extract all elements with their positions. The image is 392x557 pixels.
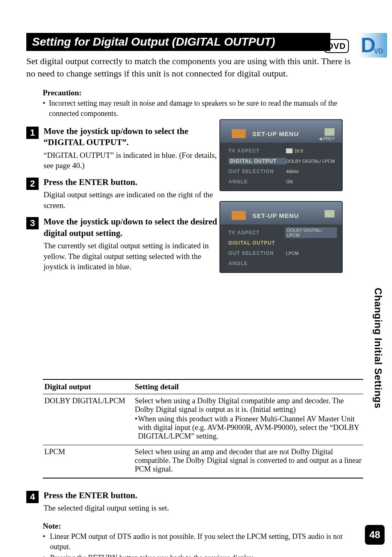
step-1-heading: Move the joystick up/down to select the … <box>44 126 208 148</box>
step-4: 4 Press the ENTER button. The selected d… <box>26 490 366 513</box>
table-cell-dolby-label: DOLBY DIGITAL/LPCM <box>43 394 133 445</box>
osd2-row1-label: TV ASPECT <box>228 230 285 236</box>
osd-disc-icon <box>232 211 246 220</box>
osd-screenshot-column: SET-UP MENU ◀ PREV TV ASPECT16:9 DIGITAL… <box>219 119 351 283</box>
osd1-row4-value: ON <box>286 179 293 184</box>
osd1-row2-value: DOLBY DIGITAL/ LPCM <box>286 159 335 164</box>
table-cell-dolby-detail: Select when using a Dolby Digital compat… <box>133 394 363 445</box>
osd1-row4-label: ANGLE <box>228 179 286 185</box>
side-tab-letters-vd: VD <box>374 48 383 55</box>
osd1-row3-value: 48kHz <box>286 169 299 174</box>
step-2-text: Digital output settings are indicated on… <box>44 190 220 210</box>
osd2-row4-label: ANGLE <box>228 261 286 266</box>
step-4-text: The selected digital output setting is s… <box>44 503 366 513</box>
osd1-prev-label: ◀ PREV <box>319 136 334 141</box>
step-2-heading: Press the ENTER button. <box>44 177 208 188</box>
step-3-heading: Move the joystick up/down to select the … <box>44 216 220 239</box>
osd1-row1-value: 16:9 <box>294 148 303 153</box>
table-header-setting-detail: Setting detail <box>133 379 363 394</box>
step-number-2: 2 <box>26 178 39 190</box>
table-cell-lpcm-detail: Select when using an amp and decoder tha… <box>133 445 363 478</box>
osd1-row2-label: DIGITAL OUTPUT <box>228 158 286 164</box>
osd2-row1-value: DOLBY DIGITAL/ LPCM <box>285 227 337 238</box>
sidebar-section-label: Changing Initial Settings <box>372 288 384 409</box>
step-number-1: 1 <box>26 127 39 139</box>
side-tab-letter-d: D <box>361 35 376 55</box>
side-tab-dvd: D VD <box>358 33 387 58</box>
osd2-row3-label: OUT SELECTION <box>228 250 286 256</box>
osd2-title: SET-UP MENU <box>252 212 299 219</box>
page-number-badge: 48 <box>365 525 385 545</box>
lead-paragraph: Set digital output correctly to match th… <box>26 55 359 79</box>
precaution-block: Precaution: • Incorrect setting may resu… <box>43 88 347 118</box>
osd-disc-icon <box>232 129 246 138</box>
step-1-text: “DIGITAL OUTPUT” is indicated in blue. (… <box>44 150 220 171</box>
step-number-4: 4 <box>26 491 39 503</box>
step-3-text: The currently set digital output setting… <box>44 240 224 272</box>
osd1-title: SET-UP MENU <box>252 130 299 137</box>
note-heading: Note: <box>43 522 355 531</box>
table-dolby-detail-bullet: When using this product with a Pioneer M… <box>138 415 362 441</box>
precaution-heading: Precaution: <box>43 88 347 97</box>
note-block: Note: •Linear PCM output of DTS audio is… <box>43 522 355 557</box>
step-number-3: 3 <box>26 217 39 229</box>
steps-column-lower: 4 Press the ENTER button. The selected d… <box>26 490 366 513</box>
table-header-digital-output: Digital output <box>43 379 133 394</box>
settings-table: Digital output Setting detail DOLBY DIGI… <box>43 379 363 478</box>
precaution-bullet: • Incorrect setting may result in noise … <box>43 98 347 118</box>
osd1-row3-label: OUT SELECTION <box>228 169 286 174</box>
table-cell-lpcm-label: LPCM <box>43 445 133 478</box>
dvd-logo: DVD <box>324 39 349 53</box>
osd-screenshot-1: SET-UP MENU ◀ PREV TV ASPECT16:9 DIGITAL… <box>219 119 343 191</box>
osd-gear-icon <box>325 210 334 217</box>
osd1-row1-label: TV ASPECT <box>228 148 286 154</box>
step-4-heading: Press the ENTER button. <box>44 490 366 501</box>
note-item-2: Pressing the RETURN button takes you bac… <box>50 553 254 557</box>
osd-gear-icon <box>325 128 334 136</box>
page: DVD D VD Setting for Digital Output (DIG… <box>0 0 392 557</box>
osd2-row2-label: DIGITAL OUTPUT <box>228 240 286 246</box>
precaution-text: Incorrect setting may result in noise an… <box>49 98 347 118</box>
table-dolby-detail-line1: Select when using a Dolby Digital compat… <box>135 397 344 414</box>
dvd-disc-badge: DVD <box>324 39 349 53</box>
note-item-1: Linear PCM output of DTS audio is not po… <box>50 532 355 552</box>
tv-icon <box>286 148 293 153</box>
section-title: Setting for Digital Output (DIGITAL OUTP… <box>26 33 330 51</box>
osd-screenshot-2: SET-UP MENU TV ASPECTDOLBY DIGITAL/ LPCM… <box>219 201 343 273</box>
osd2-row3-value: LPCM <box>286 251 299 256</box>
